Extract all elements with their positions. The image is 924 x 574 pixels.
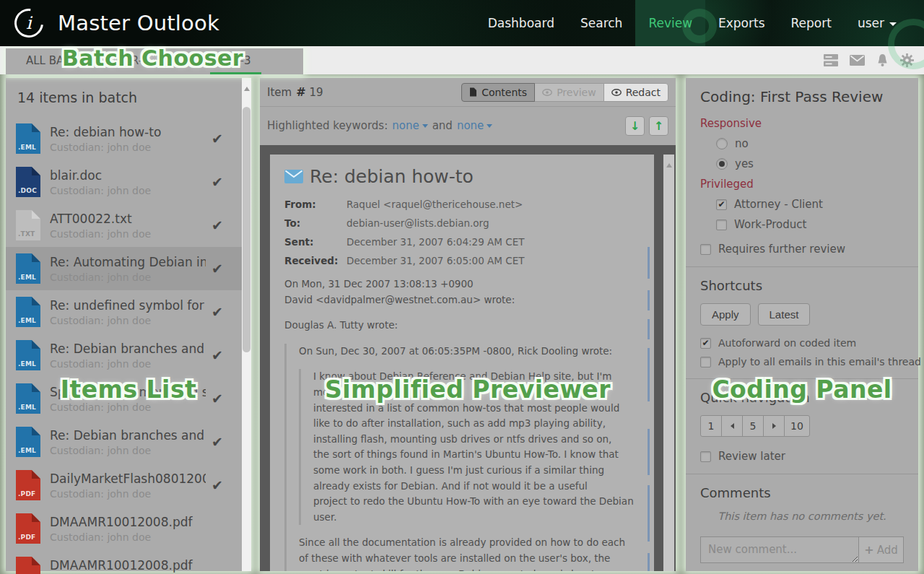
next-hit-button[interactable]: ↓ (625, 116, 645, 136)
item-title: Re: undefined symbol for pa... (50, 298, 206, 313)
file-type-icon-pdf: .PDF (16, 470, 40, 500)
item-number: 19 (310, 86, 323, 99)
item-number-hash: # (296, 85, 305, 99)
checkbox-autoforward[interactable]: ✔ Autoforward on coded item (700, 337, 904, 349)
item-title: ATT00022.txt (50, 212, 206, 226)
email-intro: On Mon, 31 Dec 2007 13:08:13 +0900 David… (284, 277, 640, 308)
item-title: Re: Debian branches and wh... (50, 342, 206, 356)
email-content: Re: debian how-to From: Raquel <raquel@t… (270, 155, 654, 571)
tour-label-batch-chooser: Batch Chooser (62, 45, 243, 71)
nav-last-button[interactable]: 10 (784, 415, 810, 437)
checkbox-icon[interactable]: ✔ (700, 451, 711, 462)
chevron-down-icon (487, 124, 492, 128)
checkbox-work-product[interactable]: ✔ Work-Product (716, 218, 904, 231)
nav-first-button[interactable]: 1 (700, 415, 722, 437)
shortcuts-title: Shortcuts (700, 278, 904, 293)
quote-text: Since all the documentation is already p… (299, 535, 640, 571)
nav-previous-button[interactable] (721, 415, 743, 437)
checkbox-icon[interactable]: ✔ (700, 338, 711, 349)
new-comment-input[interactable] (700, 536, 859, 563)
list-item[interactable]: .EML Re: Automating Debian insta... Cust… (6, 247, 242, 290)
reviewed-check-icon: ✔ (212, 477, 223, 493)
nav-next-button[interactable] (763, 415, 785, 437)
previous-hit-button[interactable]: ↑ (649, 116, 668, 136)
meta-value: December 31, 2007 6:05:00 AM CET (346, 255, 640, 266)
redact-button[interactable]: Redact (603, 83, 668, 102)
list-item[interactable]: .EML Re: undefined symbol for pa... Cust… (6, 290, 242, 334)
list-item[interactable]: .EML Re: debian how-to Custodian: john d… (6, 117, 242, 160)
email-scrollbar[interactable] (663, 155, 674, 571)
checkbox-requires-further-review[interactable]: ✔ Requires further review (700, 243, 904, 256)
file-type-icon-pdf: .PDF (16, 557, 40, 574)
chevron-right-icon (772, 423, 776, 429)
checkbox-review-later[interactable]: ✔ Review later (700, 450, 904, 463)
responsive-group-label: Responsive (700, 117, 904, 130)
add-comment-button[interactable]: +Add (859, 536, 904, 563)
comments-empty-message: This item has no comments yet. (700, 510, 904, 522)
latest-button[interactable]: Latest (758, 303, 811, 326)
nav-item-report[interactable]: Report (778, 0, 845, 46)
list-item[interactable]: .PDF DMAAMR10012008.pdf Custodian: john … (6, 550, 242, 574)
view-mode-buttons: Contents Preview Redact (461, 83, 668, 102)
reviewed-check-icon: ✔ (212, 391, 223, 406)
scroll-up-icon[interactable] (244, 87, 250, 91)
list-item[interactable]: .EML Re: Debian branches and wh... Custo… (6, 420, 242, 464)
meta-label: From: (284, 199, 346, 210)
radio-icon[interactable] (716, 158, 728, 170)
document-icon (469, 87, 477, 97)
nav-current-button[interactable]: 5 (742, 415, 764, 437)
batch-list-icon[interactable] (824, 54, 838, 66)
file-type-icon-eml: .EML (16, 253, 40, 284)
items-list-scrollbar[interactable] (242, 78, 251, 571)
notifications-icon[interactable] (876, 53, 889, 67)
keywords-label: Highlighted keywords: (267, 119, 388, 132)
keyword-select-first[interactable]: none (392, 119, 427, 132)
nav-item-dashboard[interactable]: Dashboard (475, 0, 567, 46)
eye-icon (611, 89, 622, 96)
items-rows: .EML Re: debian how-to Custodian: john d… (6, 117, 242, 574)
chevron-left-icon (731, 423, 734, 429)
checkbox-attorney-client[interactable]: ✔ Attorney - Client (716, 198, 904, 211)
items-count-header: 14 items in batch (6, 78, 251, 110)
tour-label-items-list: Items List (61, 375, 197, 404)
plus-icon: + (864, 543, 873, 557)
scrollbar-thumb[interactable] (243, 107, 250, 352)
apply-button[interactable]: Apply (700, 303, 751, 326)
coding-panel-title: Coding: First Pass Review (700, 88, 904, 105)
privileged-group-label: Privileged (700, 178, 904, 191)
keyword-select-second[interactable]: none (457, 119, 492, 132)
radio-responsive-yes[interactable]: yes (716, 157, 904, 170)
highlighted-keywords-bar: Highlighted keywords: none and none ↓ ↑ (260, 107, 676, 144)
preview-button[interactable]: Preview (534, 83, 604, 102)
list-item[interactable]: .DOC blair.doc Custodian: john doe ✔ (6, 160, 242, 204)
scroll-up-icon[interactable] (666, 163, 672, 168)
list-item[interactable]: .TXT ATT00022.txt Custodian: john doe ✔ (6, 204, 242, 247)
checkbox-icon[interactable]: ✔ (700, 357, 711, 368)
nav-item-search[interactable]: Search (567, 0, 635, 46)
radio-icon[interactable] (716, 138, 728, 149)
previewer-panel: Item # 19 Contents Preview Redact Highli… (260, 78, 676, 571)
quote-intro: On Sun, Dec 30, 2007 at 06:05:35PM -0800… (299, 344, 640, 360)
email-subject: Re: debian how-to (310, 166, 474, 187)
mail-icon[interactable] (850, 55, 865, 66)
reviewed-check-icon: ✔ (212, 347, 223, 363)
checkbox-icon[interactable]: ✔ (716, 219, 727, 230)
coding-panel: Coding: First Pass Review Responsive no … (686, 78, 918, 571)
list-item[interactable]: .PDF DMAAMR10012008.pdf Custodian: john … (6, 507, 242, 550)
checkbox-icon[interactable]: ✔ (700, 244, 711, 255)
list-item[interactable]: .EML Re: Debian branches and wh... Custo… (6, 334, 242, 377)
list-item[interactable]: .PDF DailyMarketFlash08012008.p... Custo… (6, 464, 242, 507)
checkbox-apply-thread[interactable]: ✔ Apply to all emails in this email's th… (700, 356, 904, 368)
divider (686, 474, 918, 474)
contents-button[interactable]: Contents (461, 83, 535, 102)
item-title: DMAAMR10012008.pdf (50, 558, 206, 573)
radio-responsive-no[interactable]: no (716, 137, 904, 150)
file-type-icon-eml: .EML (16, 340, 40, 370)
item-title: Re: Automating Debian insta... (50, 255, 206, 269)
checkbox-icon[interactable]: ✔ (716, 199, 727, 210)
user-menu-label: user (858, 16, 884, 30)
previewer-header: Item # 19 Contents Preview Redact (260, 78, 676, 107)
item-custodian: Custodian: john doe (50, 358, 206, 370)
tour-label-coding-panel: Coding Panel (712, 375, 892, 404)
items-list-panel: 14 items in batch .EML Re: debian how-to… (6, 78, 251, 571)
